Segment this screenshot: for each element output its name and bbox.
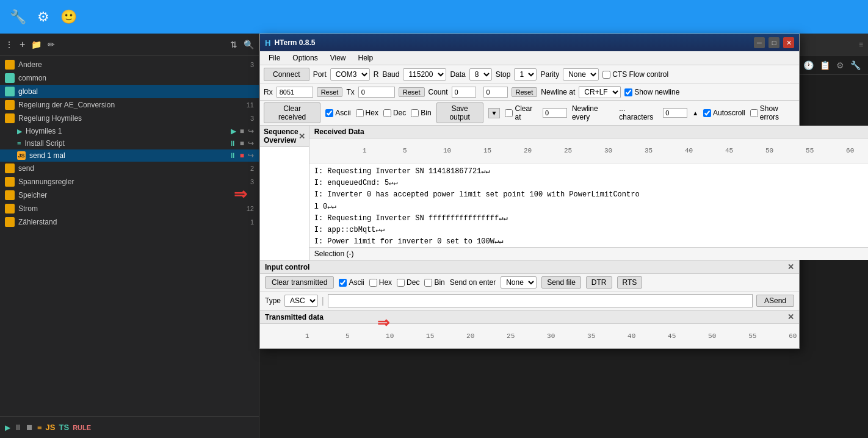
menu-dots-icon[interactable]: ⋮ xyxy=(5,40,13,49)
stop-icon[interactable]: ■ xyxy=(240,139,244,148)
send-on-enter-select[interactable]: None xyxy=(501,276,537,289)
restore-button[interactable]: □ xyxy=(769,37,779,48)
stepper-up[interactable]: ▲ xyxy=(692,110,698,117)
clear-at-checkbox[interactable] xyxy=(505,109,513,117)
data-select[interactable]: 8 xyxy=(469,68,492,81)
input-bin-label[interactable]: Bin xyxy=(424,278,444,287)
list-item[interactable]: common xyxy=(0,71,259,85)
play-icon[interactable]: ▶ xyxy=(231,127,236,135)
cts-checkbox[interactable] xyxy=(602,71,610,79)
list-item[interactable]: Regelung Hoymiles 3 xyxy=(0,112,259,125)
list-item[interactable]: global xyxy=(0,85,259,98)
received-content[interactable]: ⇒ I: Requesting Inverter SN 114181867721… xyxy=(309,163,868,247)
tabs-overflow-icon[interactable]: ≡ xyxy=(854,40,868,49)
input-dec-checkbox[interactable] xyxy=(397,279,405,287)
input-ascii-checkbox[interactable] xyxy=(339,279,347,287)
input-section-close-button[interactable]: ✕ xyxy=(787,262,794,271)
close-button[interactable]: ✕ xyxy=(783,37,794,48)
input-ascii-label[interactable]: Ascii xyxy=(339,278,364,287)
clear-at-value[interactable] xyxy=(543,108,567,118)
stop-all-icon[interactable]: ⏹ xyxy=(26,423,34,432)
file-yellow-icon[interactable]: ≡ xyxy=(37,423,42,432)
bin-checkbox[interactable] xyxy=(411,109,419,117)
transmitted-close-button[interactable]: ✕ xyxy=(787,312,794,321)
minimize-button[interactable]: ─ xyxy=(754,37,765,48)
newline-select[interactable]: CR+LF xyxy=(579,86,621,98)
input-dec-label[interactable]: Dec xyxy=(397,278,419,287)
port-select[interactable]: COM3 xyxy=(330,68,370,81)
hex-checkbox[interactable] xyxy=(356,109,364,117)
tx-reset-button[interactable]: Reset xyxy=(399,87,425,97)
settings-icon[interactable]: ⚙ xyxy=(836,60,844,70)
bin-label[interactable]: Bin xyxy=(411,109,431,117)
list-item[interactable]: Regelung der AE_Conversion 11 xyxy=(0,98,259,112)
ascii-label[interactable]: Ascii xyxy=(325,109,350,117)
file-ts-icon[interactable]: TS xyxy=(59,423,70,432)
play-all-icon[interactable]: ▶ xyxy=(5,423,10,432)
clock-icon[interactable]: 🕐 xyxy=(803,60,814,70)
show-newline-label[interactable]: Show newline xyxy=(624,88,679,96)
pencil-icon[interactable]: ✏ xyxy=(48,40,55,49)
rx-reset-button[interactable]: Reset xyxy=(317,87,343,97)
dtr-button[interactable]: DTR xyxy=(586,276,612,289)
wrench-small-icon[interactable]: 🔧 xyxy=(850,60,861,70)
list-item[interactable]: JS send 1 mal ⏸ ■ ↪ xyxy=(0,149,259,162)
file-js-icon[interactable]: JS xyxy=(46,423,56,432)
newline-every-value[interactable] xyxy=(663,108,687,118)
pause-icon[interactable]: ⏸ xyxy=(229,139,236,148)
list-item[interactable]: Spannungsregler 3 xyxy=(0,175,259,188)
list-item[interactable]: ≡ Install Script ⏸ ■ ↪ xyxy=(0,137,259,149)
input-text-field[interactable] xyxy=(328,294,753,307)
gear-icon[interactable]: ⚙ xyxy=(37,9,49,25)
list-item[interactable]: Strom 12 xyxy=(0,202,259,215)
asend-button[interactable]: ASend xyxy=(756,295,794,307)
clear-received-button[interactable]: Clear received xyxy=(264,102,320,123)
list-item[interactable]: send 2 xyxy=(0,162,259,175)
type-select[interactable]: ASC xyxy=(284,295,318,307)
cts-checkbox-label[interactable]: CTS Flow control xyxy=(602,70,668,79)
list-item[interactable]: Speicher xyxy=(0,188,259,202)
search-icon[interactable]: 🔍 xyxy=(244,40,254,49)
count-reset-button[interactable]: Reset xyxy=(512,87,538,97)
file-rule-icon[interactable]: RULE xyxy=(73,424,91,431)
menu-options[interactable]: Options xyxy=(286,52,324,63)
wrench-icon[interactable]: 🔧 xyxy=(10,9,26,25)
autoscroll-label[interactable]: Autoscroll xyxy=(703,109,745,117)
menu-view[interactable]: View xyxy=(324,52,352,63)
list-item[interactable]: Andere 3 xyxy=(0,58,259,71)
connect-button[interactable]: Connect xyxy=(264,68,309,81)
pause-icon[interactable]: ⏸ xyxy=(229,151,236,160)
rts-button[interactable]: RTS xyxy=(617,276,643,289)
sort-icon[interactable]: ⇅ xyxy=(230,40,237,49)
person-icon[interactable]: 🙂 xyxy=(60,9,77,25)
dec-label[interactable]: Dec xyxy=(383,109,406,117)
log-icon[interactable]: ↪ xyxy=(248,151,254,160)
send-file-button[interactable]: Send file xyxy=(541,276,581,289)
show-newline-checkbox[interactable] xyxy=(624,88,632,96)
input-bin-checkbox[interactable] xyxy=(424,279,432,287)
show-errors-label[interactable]: Show errors xyxy=(750,104,795,121)
input-hex-checkbox[interactable] xyxy=(369,279,377,287)
save-output-button[interactable]: Save output xyxy=(436,102,483,123)
autoscroll-checkbox[interactable] xyxy=(703,109,711,117)
menu-help[interactable]: Help xyxy=(352,52,380,63)
parity-select[interactable]: None xyxy=(563,68,599,81)
baud-select[interactable]: 115200 xyxy=(403,68,446,81)
pause-all-icon[interactable]: ⏸ xyxy=(14,423,22,432)
folder-plus-icon[interactable]: 📁 xyxy=(31,40,42,49)
log-icon[interactable]: ↪ xyxy=(248,139,254,148)
stop-icon[interactable]: ■ xyxy=(240,127,244,135)
copy-icon[interactable]: 📋 xyxy=(820,60,830,70)
sequence-close-button[interactable]: ✕ xyxy=(298,132,305,141)
menu-file[interactable]: File xyxy=(262,52,286,63)
stop-icon[interactable]: ■ xyxy=(240,151,244,160)
list-item[interactable]: Zählerstand 1 xyxy=(0,215,259,229)
dropdown-arrow[interactable]: ▼ xyxy=(488,108,501,118)
show-errors-checkbox[interactable] xyxy=(750,109,758,117)
stop-select[interactable]: 1 xyxy=(514,68,537,81)
add-icon[interactable]: + xyxy=(20,39,25,50)
ascii-checkbox[interactable] xyxy=(325,109,333,117)
log-icon[interactable]: ↪ xyxy=(248,127,254,135)
input-hex-label[interactable]: Hex xyxy=(369,278,392,287)
dec-checkbox[interactable] xyxy=(383,109,391,117)
